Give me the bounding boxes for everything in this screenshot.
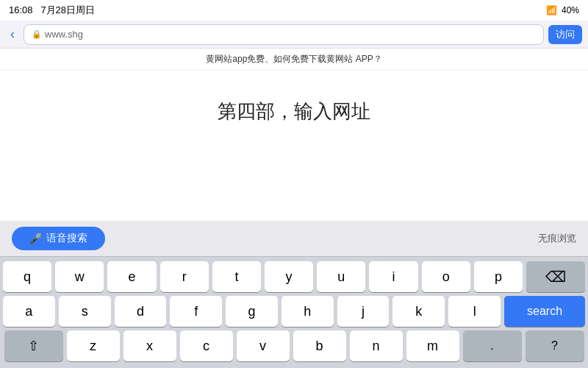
main-content: 第四部，输入网址	[0, 71, 588, 152]
key-y[interactable]: y	[265, 261, 313, 292]
voice-search-bar: 🎤 语音搜索 无痕浏览	[0, 221, 588, 257]
key-b[interactable]: b	[293, 330, 346, 361]
mic-icon: 🎤	[29, 233, 42, 244]
key-l[interactable]: l	[448, 296, 501, 327]
key-m[interactable]: m	[406, 330, 459, 361]
key-row-3: ⇧ z x c v b n m . ?	[3, 330, 585, 361]
key-c[interactable]: c	[180, 330, 233, 361]
status-time: 16:08 7月28日周日	[9, 4, 95, 17]
punct-key[interactable]: .	[463, 330, 522, 361]
status-right: 📶 40%	[546, 5, 579, 15]
keyboard-container: 🎤 语音搜索 无痕浏览 q w e r t y u i o p ⌫ a s d …	[0, 221, 588, 368]
key-z[interactable]: z	[67, 330, 120, 361]
key-h[interactable]: h	[282, 296, 334, 327]
key-row-1: q w e r t y u i o p ⌫	[3, 261, 585, 292]
time-display: 16:08	[9, 4, 33, 15]
key-j[interactable]: j	[337, 296, 390, 327]
key-u[interactable]: u	[317, 261, 365, 292]
voice-search-button[interactable]: 🎤 语音搜索	[12, 227, 105, 250]
browser-bar: ‹ 🔒 www.shg 访问	[0, 21, 588, 49]
key-g[interactable]: g	[226, 296, 278, 327]
main-heading: 第四部，输入网址	[218, 99, 370, 124]
key-a[interactable]: a	[3, 296, 55, 327]
key-n[interactable]: n	[350, 330, 403, 361]
key-i[interactable]: i	[369, 261, 417, 292]
page-title-bar: 黄网站app免费、如何免费下载黄网站 APP？	[0, 49, 588, 71]
key-f[interactable]: f	[170, 296, 222, 327]
key-q[interactable]: q	[3, 261, 51, 292]
lock-icon: 🔒	[32, 29, 42, 39]
search-button[interactable]: search	[504, 296, 585, 327]
key-w[interactable]: w	[55, 261, 104, 292]
page-title: 黄网站app免费、如何免费下载黄网站 APP？	[206, 54, 381, 64]
battery-percent: 40%	[562, 5, 579, 15]
battery-display: 40%	[562, 5, 579, 15]
key-row-2: a s d f g h j k l search	[3, 296, 585, 327]
key-v[interactable]: v	[237, 330, 290, 361]
key-k[interactable]: k	[392, 296, 445, 327]
key-t[interactable]: t	[212, 261, 261, 292]
back-button[interactable]: ‹	[6, 25, 19, 43]
keyboard-keys: q w e r t y u i o p ⌫ a s d f g h j k l …	[0, 257, 588, 368]
url-text: www.shg	[45, 29, 83, 40]
delete-key[interactable]: ⌫	[526, 261, 585, 292]
url-bar[interactable]: 🔒 www.shg	[24, 24, 544, 45]
question-key[interactable]: ?	[526, 330, 584, 361]
key-s[interactable]: s	[59, 296, 111, 327]
key-r[interactable]: r	[160, 261, 209, 292]
key-o[interactable]: o	[422, 261, 470, 292]
incognito-text: 无痕浏览	[538, 232, 576, 245]
voice-search-label: 语音搜索	[46, 232, 87, 245]
shift-key[interactable]: ⇧	[4, 330, 63, 361]
day-display: 7月28日周日	[40, 4, 95, 15]
key-x[interactable]: x	[123, 330, 176, 361]
key-d[interactable]: d	[115, 296, 167, 327]
key-p[interactable]: p	[474, 261, 523, 292]
status-bar: 16:08 7月28日周日 📶 40%	[0, 0, 588, 21]
key-e[interactable]: e	[107, 261, 156, 292]
wifi-icon: 📶	[546, 5, 557, 15]
visit-button[interactable]: 访问	[548, 25, 582, 44]
